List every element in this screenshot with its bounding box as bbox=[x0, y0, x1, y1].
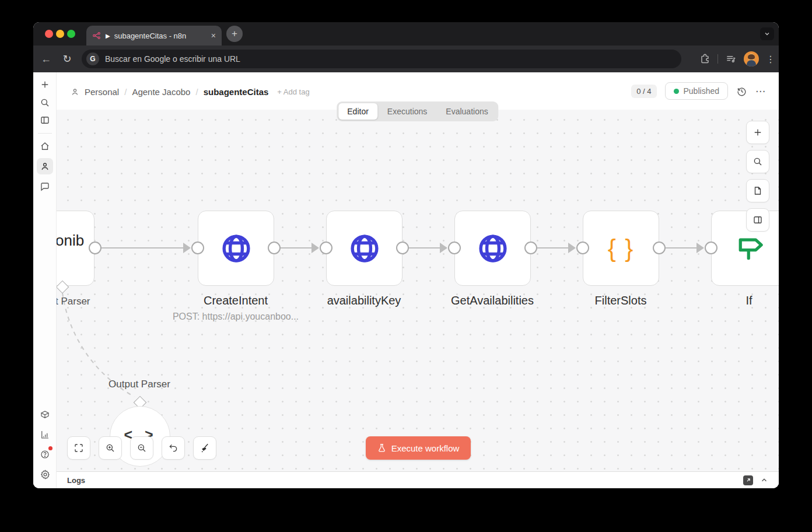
connection-arrow bbox=[440, 243, 447, 253]
add-node-button[interactable] bbox=[746, 121, 769, 144]
http-request-globe-icon bbox=[476, 232, 510, 265]
node-agent[interactable]: onib bbox=[57, 211, 94, 286]
output-handle[interactable] bbox=[524, 242, 537, 254]
node-getavailabilities[interactable]: GetAvailabilities bbox=[454, 211, 531, 286]
browser-tab[interactable]: ▶ subagenteCitas - n8n × bbox=[86, 26, 222, 46]
header-actions: 0 / 4 Published ⋯ bbox=[631, 82, 766, 100]
connection-line[interactable] bbox=[409, 247, 440, 249]
help-notification-dot bbox=[48, 446, 52, 450]
node-filterslots[interactable]: { } FilterSlots bbox=[583, 211, 659, 286]
extensions-icon[interactable] bbox=[699, 54, 710, 65]
back-button[interactable]: ← bbox=[38, 53, 54, 65]
project-icon bbox=[71, 88, 79, 96]
node-availabilitykey[interactable]: availabilityKey bbox=[326, 211, 402, 286]
version-history-icon[interactable] bbox=[736, 86, 747, 97]
tab-search-button[interactable] bbox=[760, 27, 774, 40]
note-icon bbox=[752, 186, 763, 196]
tab-editor[interactable]: Editor bbox=[338, 103, 377, 120]
flask-icon bbox=[377, 443, 386, 453]
input-handle[interactable] bbox=[705, 242, 718, 254]
window-close-button[interactable] bbox=[45, 30, 53, 38]
sidebar-item-insights[interactable] bbox=[38, 428, 52, 442]
reload-button[interactable]: ↻ bbox=[59, 52, 75, 65]
zoom-in-button[interactable] bbox=[99, 436, 122, 460]
sidebar-toggle-icon[interactable] bbox=[38, 113, 52, 127]
http-request-globe-icon bbox=[219, 232, 253, 265]
zoom-out-button[interactable] bbox=[130, 436, 153, 460]
output-handle[interactable] bbox=[396, 242, 409, 254]
connection-arrow bbox=[312, 243, 319, 253]
breadcrumb-folder[interactable]: Agente Jacobo bbox=[132, 87, 190, 97]
tab-media-playing-icon: ▶ bbox=[106, 33, 110, 39]
media-controls-icon[interactable] bbox=[725, 53, 737, 65]
browser-menu-icon[interactable]: ⋮ bbox=[766, 54, 775, 65]
workflow-main: Personal / Agente Jacobo / subagenteCita… bbox=[57, 72, 779, 488]
address-bar[interactable]: G Buscar en Google o escribir una URL bbox=[82, 50, 681, 68]
window-maximize-button[interactable] bbox=[67, 30, 75, 38]
sidebar-item-settings[interactable] bbox=[38, 467, 52, 481]
fit-view-button[interactable] bbox=[67, 436, 90, 460]
connection-line[interactable] bbox=[102, 247, 183, 249]
broom-icon bbox=[200, 443, 210, 453]
google-logo-icon: G bbox=[86, 52, 99, 65]
search-icon[interactable] bbox=[38, 96, 52, 110]
tidy-up-button[interactable] bbox=[193, 436, 216, 460]
fit-view-icon bbox=[74, 443, 84, 453]
input-handle[interactable] bbox=[576, 242, 589, 254]
window-minimize-button[interactable] bbox=[56, 30, 64, 38]
sidebar-item-templates[interactable] bbox=[38, 408, 52, 422]
output-handle[interactable] bbox=[653, 242, 666, 254]
connection-line[interactable] bbox=[537, 247, 568, 249]
zoom-in-icon bbox=[105, 443, 116, 453]
sidebar-item-help[interactable] bbox=[38, 447, 52, 461]
node-label: onib bbox=[57, 232, 84, 250]
profile-avatar[interactable] bbox=[744, 51, 759, 66]
sidebar-divider bbox=[38, 133, 52, 134]
connection-arrow bbox=[183, 243, 191, 253]
open-logs-window-icon[interactable] bbox=[743, 475, 753, 485]
execute-workflow-label: Execute workflow bbox=[391, 443, 460, 453]
connection-line[interactable] bbox=[281, 247, 312, 249]
add-tag-button[interactable]: + Add tag bbox=[277, 88, 309, 96]
output-handle[interactable] bbox=[89, 242, 102, 254]
tab-title: subagenteCitas - n8n bbox=[114, 32, 207, 40]
execute-workflow-button[interactable]: Execute workflow bbox=[366, 436, 471, 460]
published-status-dot bbox=[674, 89, 679, 94]
tab-executions[interactable]: Executions bbox=[379, 103, 436, 120]
workflow-name[interactable]: subagenteCitas bbox=[204, 87, 269, 97]
node-createintent[interactable]: CreateIntent POST: https://api.youcanboo… bbox=[198, 211, 274, 286]
tab-evaluations[interactable]: Evaluations bbox=[437, 103, 496, 120]
published-label: Published bbox=[684, 86, 720, 96]
selection-count-badge: 0 / 4 bbox=[631, 85, 656, 98]
sidebar-item-personal[interactable] bbox=[37, 158, 53, 174]
view-tabs: Editor Executions Evaluations bbox=[337, 102, 498, 121]
search-nodes-button[interactable] bbox=[746, 150, 769, 173]
add-workflow-icon[interactable] bbox=[38, 78, 52, 92]
workflow-canvas[interactable]: onib t Parser CreateIntent POST: https:/… bbox=[57, 110, 779, 471]
new-tab-button[interactable]: + bbox=[226, 26, 243, 42]
output-parser-label: Output Parser bbox=[81, 379, 198, 390]
output-handle[interactable] bbox=[268, 242, 281, 254]
input-handle[interactable] bbox=[320, 242, 332, 254]
agent-handle-label: t Parser bbox=[57, 296, 90, 307]
dashed-connection-output-parser bbox=[57, 110, 779, 471]
input-handle[interactable] bbox=[448, 242, 461, 254]
sidebar-item-chat[interactable] bbox=[38, 180, 52, 194]
undo-button[interactable] bbox=[162, 436, 185, 460]
connection-line[interactable] bbox=[666, 247, 696, 249]
published-toggle[interactable]: Published bbox=[665, 82, 729, 100]
workflow-menu-icon[interactable]: ⋯ bbox=[755, 85, 766, 97]
breadcrumb-project[interactable]: Personal bbox=[85, 87, 119, 97]
chevron-down-icon bbox=[764, 30, 771, 37]
http-request-globe-icon bbox=[348, 232, 382, 265]
logs-panel-header[interactable]: Logs bbox=[57, 471, 779, 488]
n8n-favicon-icon bbox=[92, 31, 102, 40]
sticky-note-button[interactable] bbox=[746, 179, 769, 202]
input-handle[interactable] bbox=[191, 242, 204, 254]
sidebar-item-home[interactable] bbox=[38, 139, 52, 153]
breadcrumb-separator: / bbox=[124, 87, 127, 97]
toggle-panel-button[interactable] bbox=[746, 208, 769, 232]
expand-logs-chevron-icon[interactable] bbox=[760, 476, 768, 484]
n8n-app: Personal / Agente Jacobo / subagenteCita… bbox=[33, 72, 779, 488]
tab-close-icon[interactable]: × bbox=[211, 31, 216, 40]
